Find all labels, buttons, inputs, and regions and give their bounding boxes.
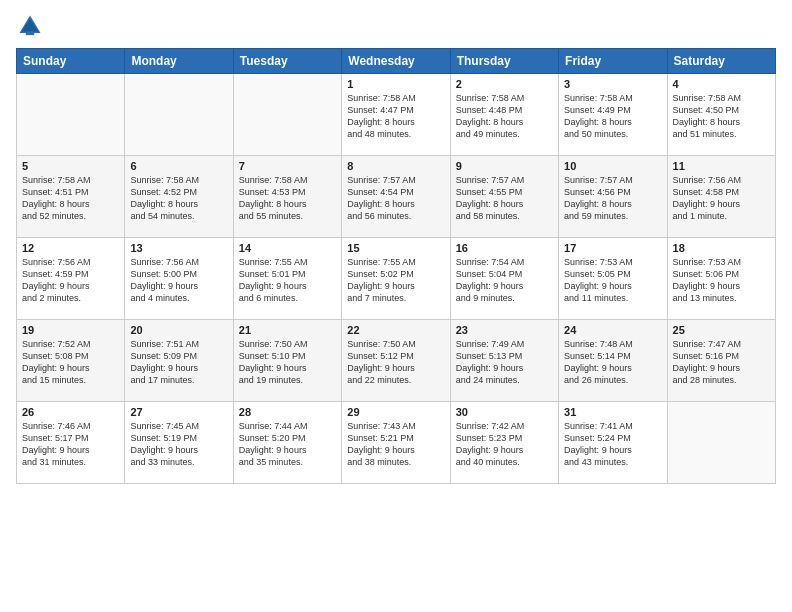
week-row-5: 26Sunrise: 7:46 AM Sunset: 5:17 PM Dayli… xyxy=(17,402,776,484)
day-cell: 21Sunrise: 7:50 AM Sunset: 5:10 PM Dayli… xyxy=(233,320,341,402)
day-number: 3 xyxy=(564,78,661,90)
day-cell: 20Sunrise: 7:51 AM Sunset: 5:09 PM Dayli… xyxy=(125,320,233,402)
day-info: Sunrise: 7:58 AM Sunset: 4:47 PM Dayligh… xyxy=(347,92,444,141)
day-cell: 15Sunrise: 7:55 AM Sunset: 5:02 PM Dayli… xyxy=(342,238,450,320)
col-header-monday: Monday xyxy=(125,49,233,74)
day-info: Sunrise: 7:50 AM Sunset: 5:12 PM Dayligh… xyxy=(347,338,444,387)
day-number: 14 xyxy=(239,242,336,254)
day-cell: 2Sunrise: 7:58 AM Sunset: 4:48 PM Daylig… xyxy=(450,74,558,156)
day-number: 31 xyxy=(564,406,661,418)
day-number: 5 xyxy=(22,160,119,172)
day-number: 27 xyxy=(130,406,227,418)
day-info: Sunrise: 7:58 AM Sunset: 4:51 PM Dayligh… xyxy=(22,174,119,223)
day-info: Sunrise: 7:54 AM Sunset: 5:04 PM Dayligh… xyxy=(456,256,553,305)
day-info: Sunrise: 7:56 AM Sunset: 5:00 PM Dayligh… xyxy=(130,256,227,305)
day-info: Sunrise: 7:58 AM Sunset: 4:53 PM Dayligh… xyxy=(239,174,336,223)
day-number: 1 xyxy=(347,78,444,90)
calendar-header-row: SundayMondayTuesdayWednesdayThursdayFrid… xyxy=(17,49,776,74)
day-cell: 3Sunrise: 7:58 AM Sunset: 4:49 PM Daylig… xyxy=(559,74,667,156)
col-header-sunday: Sunday xyxy=(17,49,125,74)
day-number: 11 xyxy=(673,160,770,172)
day-number: 29 xyxy=(347,406,444,418)
day-info: Sunrise: 7:50 AM Sunset: 5:10 PM Dayligh… xyxy=(239,338,336,387)
logo xyxy=(16,12,48,40)
day-number: 7 xyxy=(239,160,336,172)
day-info: Sunrise: 7:45 AM Sunset: 5:19 PM Dayligh… xyxy=(130,420,227,469)
day-number: 26 xyxy=(22,406,119,418)
day-info: Sunrise: 7:53 AM Sunset: 5:06 PM Dayligh… xyxy=(673,256,770,305)
day-cell: 11Sunrise: 7:56 AM Sunset: 4:58 PM Dayli… xyxy=(667,156,775,238)
day-cell: 28Sunrise: 7:44 AM Sunset: 5:20 PM Dayli… xyxy=(233,402,341,484)
day-info: Sunrise: 7:41 AM Sunset: 5:24 PM Dayligh… xyxy=(564,420,661,469)
day-info: Sunrise: 7:42 AM Sunset: 5:23 PM Dayligh… xyxy=(456,420,553,469)
day-cell: 10Sunrise: 7:57 AM Sunset: 4:56 PM Dayli… xyxy=(559,156,667,238)
day-cell: 12Sunrise: 7:56 AM Sunset: 4:59 PM Dayli… xyxy=(17,238,125,320)
day-number: 13 xyxy=(130,242,227,254)
day-info: Sunrise: 7:56 AM Sunset: 4:59 PM Dayligh… xyxy=(22,256,119,305)
col-header-tuesday: Tuesday xyxy=(233,49,341,74)
day-info: Sunrise: 7:49 AM Sunset: 5:13 PM Dayligh… xyxy=(456,338,553,387)
day-info: Sunrise: 7:58 AM Sunset: 4:48 PM Dayligh… xyxy=(456,92,553,141)
day-cell: 29Sunrise: 7:43 AM Sunset: 5:21 PM Dayli… xyxy=(342,402,450,484)
day-cell: 19Sunrise: 7:52 AM Sunset: 5:08 PM Dayli… xyxy=(17,320,125,402)
day-cell: 31Sunrise: 7:41 AM Sunset: 5:24 PM Dayli… xyxy=(559,402,667,484)
day-cell: 24Sunrise: 7:48 AM Sunset: 5:14 PM Dayli… xyxy=(559,320,667,402)
header xyxy=(16,12,776,40)
day-info: Sunrise: 7:57 AM Sunset: 4:54 PM Dayligh… xyxy=(347,174,444,223)
day-number: 28 xyxy=(239,406,336,418)
day-number: 22 xyxy=(347,324,444,336)
day-cell: 4Sunrise: 7:58 AM Sunset: 4:50 PM Daylig… xyxy=(667,74,775,156)
day-number: 18 xyxy=(673,242,770,254)
week-row-3: 12Sunrise: 7:56 AM Sunset: 4:59 PM Dayli… xyxy=(17,238,776,320)
week-row-1: 1Sunrise: 7:58 AM Sunset: 4:47 PM Daylig… xyxy=(17,74,776,156)
page: SundayMondayTuesdayWednesdayThursdayFrid… xyxy=(0,0,792,612)
day-info: Sunrise: 7:55 AM Sunset: 5:02 PM Dayligh… xyxy=(347,256,444,305)
day-info: Sunrise: 7:51 AM Sunset: 5:09 PM Dayligh… xyxy=(130,338,227,387)
calendar: SundayMondayTuesdayWednesdayThursdayFrid… xyxy=(16,48,776,484)
day-info: Sunrise: 7:48 AM Sunset: 5:14 PM Dayligh… xyxy=(564,338,661,387)
day-number: 17 xyxy=(564,242,661,254)
day-info: Sunrise: 7:58 AM Sunset: 4:50 PM Dayligh… xyxy=(673,92,770,141)
day-cell: 23Sunrise: 7:49 AM Sunset: 5:13 PM Dayli… xyxy=(450,320,558,402)
day-number: 20 xyxy=(130,324,227,336)
day-cell: 25Sunrise: 7:47 AM Sunset: 5:16 PM Dayli… xyxy=(667,320,775,402)
day-info: Sunrise: 7:58 AM Sunset: 4:49 PM Dayligh… xyxy=(564,92,661,141)
day-cell: 30Sunrise: 7:42 AM Sunset: 5:23 PM Dayli… xyxy=(450,402,558,484)
col-header-saturday: Saturday xyxy=(667,49,775,74)
day-info: Sunrise: 7:53 AM Sunset: 5:05 PM Dayligh… xyxy=(564,256,661,305)
day-number: 8 xyxy=(347,160,444,172)
day-number: 16 xyxy=(456,242,553,254)
week-row-2: 5Sunrise: 7:58 AM Sunset: 4:51 PM Daylig… xyxy=(17,156,776,238)
day-number: 9 xyxy=(456,160,553,172)
day-cell: 6Sunrise: 7:58 AM Sunset: 4:52 PM Daylig… xyxy=(125,156,233,238)
day-info: Sunrise: 7:56 AM Sunset: 4:58 PM Dayligh… xyxy=(673,174,770,223)
day-cell: 17Sunrise: 7:53 AM Sunset: 5:05 PM Dayli… xyxy=(559,238,667,320)
day-cell: 14Sunrise: 7:55 AM Sunset: 5:01 PM Dayli… xyxy=(233,238,341,320)
day-info: Sunrise: 7:43 AM Sunset: 5:21 PM Dayligh… xyxy=(347,420,444,469)
day-number: 12 xyxy=(22,242,119,254)
col-header-wednesday: Wednesday xyxy=(342,49,450,74)
day-cell: 26Sunrise: 7:46 AM Sunset: 5:17 PM Dayli… xyxy=(17,402,125,484)
day-cell xyxy=(17,74,125,156)
week-row-4: 19Sunrise: 7:52 AM Sunset: 5:08 PM Dayli… xyxy=(17,320,776,402)
day-info: Sunrise: 7:46 AM Sunset: 5:17 PM Dayligh… xyxy=(22,420,119,469)
day-number: 25 xyxy=(673,324,770,336)
day-cell: 7Sunrise: 7:58 AM Sunset: 4:53 PM Daylig… xyxy=(233,156,341,238)
day-info: Sunrise: 7:55 AM Sunset: 5:01 PM Dayligh… xyxy=(239,256,336,305)
day-cell xyxy=(667,402,775,484)
day-info: Sunrise: 7:57 AM Sunset: 4:55 PM Dayligh… xyxy=(456,174,553,223)
col-header-thursday: Thursday xyxy=(450,49,558,74)
day-cell: 13Sunrise: 7:56 AM Sunset: 5:00 PM Dayli… xyxy=(125,238,233,320)
logo-icon xyxy=(16,12,44,40)
day-cell: 9Sunrise: 7:57 AM Sunset: 4:55 PM Daylig… xyxy=(450,156,558,238)
day-number: 10 xyxy=(564,160,661,172)
day-cell: 27Sunrise: 7:45 AM Sunset: 5:19 PM Dayli… xyxy=(125,402,233,484)
day-info: Sunrise: 7:52 AM Sunset: 5:08 PM Dayligh… xyxy=(22,338,119,387)
col-header-friday: Friday xyxy=(559,49,667,74)
day-cell: 5Sunrise: 7:58 AM Sunset: 4:51 PM Daylig… xyxy=(17,156,125,238)
day-info: Sunrise: 7:44 AM Sunset: 5:20 PM Dayligh… xyxy=(239,420,336,469)
day-number: 4 xyxy=(673,78,770,90)
day-cell: 1Sunrise: 7:58 AM Sunset: 4:47 PM Daylig… xyxy=(342,74,450,156)
day-number: 30 xyxy=(456,406,553,418)
day-number: 6 xyxy=(130,160,227,172)
